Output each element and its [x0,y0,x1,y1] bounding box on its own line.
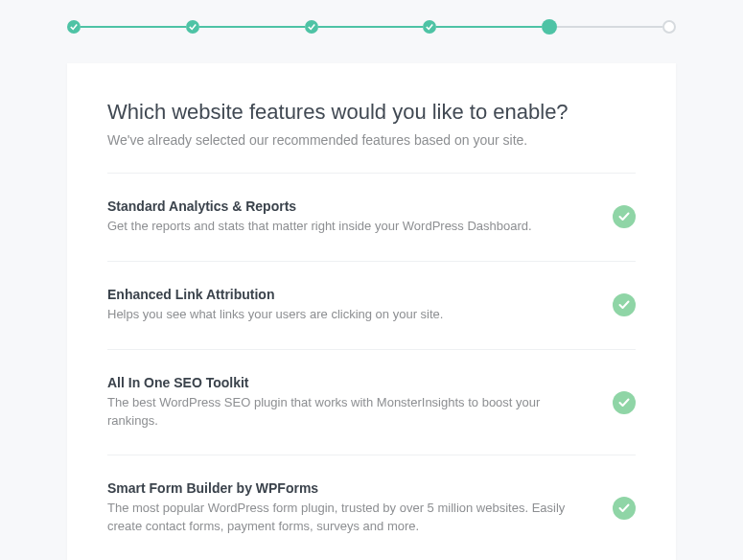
feature-text: Standard Analytics & Reports Get the rep… [107,198,613,236]
feature-description: Helps you see what links your users are … [107,306,593,324]
features-card: Which website features would you like to… [67,63,676,560]
checkmark-icon [70,23,78,31]
feature-toggle-seo-toolkit[interactable] [613,391,636,414]
checkmark-icon [426,23,433,31]
checkmark-icon [618,211,630,222]
feature-description: Get the reports and stats that matter ri… [107,218,593,236]
feature-toggle-link-attribution[interactable] [613,293,636,316]
feature-title: Smart Form Builder by WPForms [107,480,593,496]
page-heading: Which website features would you like to… [107,100,636,125]
feature-toggle-form-builder[interactable] [613,497,636,520]
feature-title: All In One SEO Toolkit [107,375,593,390]
progress-step-4 [423,20,436,34]
feature-text: Enhanced Link Attribution Helps you see … [107,287,613,324]
progress-step-1 [67,20,81,34]
feature-row-analytics[interactable]: Standard Analytics & Reports Get the rep… [107,174,636,262]
checkmark-icon [618,397,630,408]
feature-description: The most popular WordPress form plugin, … [107,500,593,536]
feature-title: Standard Analytics & Reports [107,198,593,214]
feature-row-form-builder[interactable]: Smart Form Builder by WPForms The most p… [107,455,636,560]
checkmark-icon [618,299,630,311]
feature-row-seo-toolkit[interactable]: All In One SEO Toolkit The best WordPres… [107,350,636,456]
progress-segment [81,26,186,28]
checkmark-icon [189,23,197,31]
progress-step-5-current [542,19,557,35]
feature-row-link-attribution[interactable]: Enhanced Link Attribution Helps you see … [107,262,636,350]
progress-segment [557,26,662,28]
feature-toggle-analytics[interactable] [613,205,636,228]
feature-title: Enhanced Link Attribution [107,287,593,302]
feature-text: Smart Form Builder by WPForms The most p… [107,480,613,536]
checkmark-icon [308,23,315,31]
page-subheading: We've already selected our recommended f… [107,132,636,148]
feature-text: All In One SEO Toolkit The best WordPres… [107,375,613,431]
checkmark-icon [618,502,630,514]
feature-description: The best WordPress SEO plugin that works… [107,394,593,431]
progress-segment [318,26,424,28]
progress-segment [199,26,305,28]
setup-progress-bar [0,0,743,35]
progress-step-6 [662,20,676,34]
progress-segment [436,26,542,28]
progress-step-3 [305,20,318,34]
progress-step-2 [186,20,199,34]
